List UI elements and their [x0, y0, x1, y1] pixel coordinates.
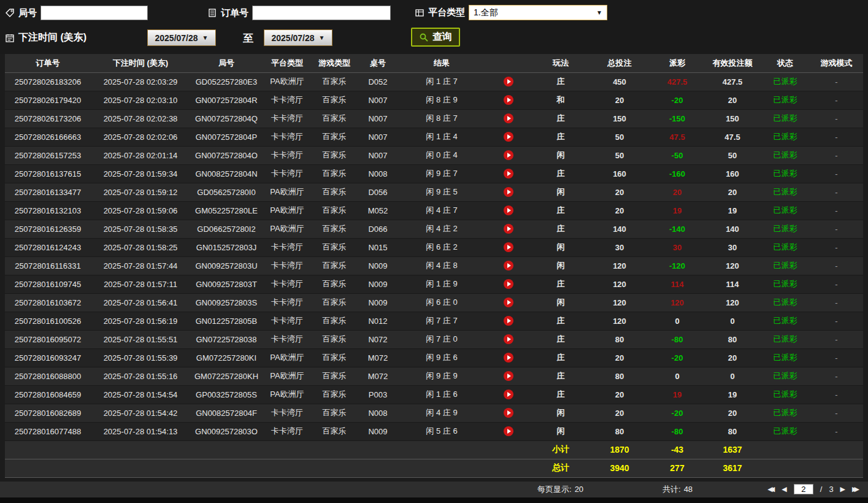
play-icon[interactable]	[504, 224, 513, 234]
status-cell: 已派彩	[761, 164, 810, 183]
table-no-cell: M072	[357, 367, 399, 385]
play-icon[interactable]	[504, 334, 513, 344]
column-header: 状态	[761, 54, 810, 72]
table-row: 2507280261732062025-07-28 02:02:38GN0072…	[5, 109, 863, 128]
status-cell: 已派彩	[761, 275, 810, 293]
date-to-picker[interactable]: 2025/07/28 ▼	[264, 29, 332, 46]
order-no-cell: 250728026166663	[5, 128, 91, 146]
column-header: 有效投注额	[704, 54, 761, 72]
column-header: 总投注	[589, 54, 650, 72]
table-no-cell: N009	[357, 293, 399, 312]
column-header: 订单号	[5, 54, 91, 72]
play-icon[interactable]	[504, 95, 513, 105]
table-row: 2507280261794202025-07-28 02:03:10GN0072…	[5, 91, 863, 109]
payout-cell: 0	[650, 367, 704, 385]
status-cell: 已派彩	[761, 422, 810, 440]
game-type-cell: 百家乐	[312, 109, 357, 128]
query-button[interactable]: 查询	[411, 28, 460, 47]
total-bet-cell: 160	[589, 164, 650, 183]
table-row: 2507280161163312025-07-28 01:57:44GN0092…	[5, 256, 863, 275]
order-no-cell: 250728016133477	[5, 183, 91, 201]
bet-time-cell: 2025-07-28 01:56:41	[91, 293, 190, 312]
first-page-button[interactable]: ◀◀	[767, 486, 775, 493]
payout-cell: 19	[650, 385, 704, 404]
game-mode-cell: -	[810, 404, 863, 422]
total-bet-cell: 20	[589, 385, 650, 404]
platform-type-label: 平台类型	[428, 7, 465, 18]
game-type-cell: 百家乐	[312, 293, 357, 312]
column-header: 局号	[190, 54, 263, 72]
column-header	[485, 54, 532, 72]
game-mode-cell: -	[810, 164, 863, 183]
payout-cell: -160	[650, 164, 704, 183]
play-icon[interactable]	[504, 169, 513, 179]
game-mode-cell: -	[810, 128, 863, 146]
status-cell: 已派彩	[761, 109, 810, 128]
play-cell	[485, 312, 532, 330]
play-icon[interactable]	[504, 113, 513, 123]
date-from-picker[interactable]: 2025/07/28 ▼	[147, 29, 216, 46]
table-body: 2507280261832062025-07-28 02:03:29GD0522…	[5, 72, 863, 477]
game-type-cell: 百家乐	[312, 256, 357, 275]
play-icon[interactable]	[504, 408, 513, 418]
play-icon[interactable]	[504, 132, 513, 142]
game-no-cell: GD052257280E3	[190, 72, 263, 91]
play-icon[interactable]	[504, 279, 513, 289]
order-no-input[interactable]	[252, 6, 391, 20]
grand-total-row-label: 总计	[532, 459, 589, 477]
last-page-button[interactable]: ▶▶	[852, 486, 859, 493]
game-mode-cell: -	[810, 91, 863, 109]
play-icon[interactable]	[504, 205, 513, 215]
game-no-cell: GN0122572805B	[190, 312, 263, 330]
status-cell: 已派彩	[761, 385, 810, 404]
play-icon[interactable]	[504, 150, 513, 160]
valid-bet-cell: 80	[704, 422, 761, 440]
page-number-input[interactable]	[794, 484, 813, 494]
table-no-cell: N015	[357, 238, 399, 256]
platform-type-select[interactable]: 1.全部 ▼	[469, 5, 607, 20]
play-icon[interactable]	[504, 390, 513, 399]
document-icon	[207, 8, 217, 18]
date-range-to-label: 至	[243, 31, 253, 45]
column-header: 游戏类型	[312, 54, 357, 72]
play-icon[interactable]	[504, 371, 513, 381]
bet-side-cell: 庄	[532, 330, 589, 348]
bet-time-field: 下注时间 (美东)	[5, 31, 86, 44]
play-cell	[485, 220, 532, 238]
platform-cell: 卡卡湾厅	[263, 146, 312, 164]
valid-bet-cell: 114	[704, 275, 761, 293]
play-icon[interactable]	[504, 261, 513, 271]
status-cell: 已派彩	[761, 312, 810, 330]
play-cell	[485, 256, 532, 275]
play-icon[interactable]	[504, 77, 513, 86]
date-from-value: 2025/07/28	[155, 33, 198, 43]
play-icon[interactable]	[504, 316, 513, 326]
prev-page-button[interactable]: ◀	[782, 486, 786, 493]
column-header: 派彩	[650, 54, 704, 72]
result-cell: 闲 4 庄 8	[399, 256, 485, 275]
platform-type-selected: 1.全部	[474, 7, 498, 18]
platform-cell: 卡卡湾厅	[263, 312, 312, 330]
per-page-value: 20	[575, 482, 583, 497]
column-header: 结果	[399, 54, 485, 72]
play-cell	[485, 238, 532, 256]
game-no-cell: GN0152572803J	[190, 238, 263, 256]
game-no-label: 局号	[18, 7, 37, 19]
game-mode-cell: -	[810, 256, 863, 275]
next-page-button[interactable]: ▶	[840, 486, 845, 493]
play-cell	[485, 330, 532, 348]
order-no-cell: 250728016100526	[5, 312, 91, 330]
platform-type-field: 平台类型 1.全部 ▼	[415, 5, 607, 20]
play-icon[interactable]	[504, 353, 513, 363]
play-icon[interactable]	[504, 187, 513, 197]
play-icon[interactable]	[504, 242, 513, 252]
game-type-cell: 百家乐	[312, 91, 357, 109]
play-icon[interactable]	[504, 298, 513, 307]
game-no-cell: GD056257280I0	[190, 183, 263, 201]
payout-cell: -20	[650, 404, 704, 422]
game-no-cell: GN07225728038	[190, 330, 263, 348]
payout-cell: 20	[650, 183, 704, 201]
table-no-cell: N007	[357, 91, 399, 109]
play-icon[interactable]	[504, 426, 513, 436]
game-no-input[interactable]	[40, 6, 148, 20]
